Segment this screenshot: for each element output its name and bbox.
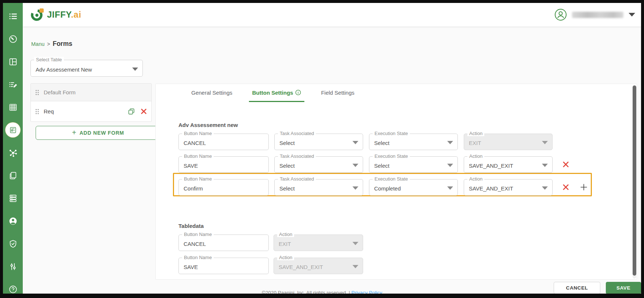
hub-network-icon [8,148,18,157]
delete-form-icon[interactable] [141,108,147,115]
field-value: CANCEL [184,241,206,247]
add-new-form-button[interactable]: + ADD NEW FORM [36,126,160,140]
sidebar-item-documents[interactable] [6,170,20,181]
select-table-dropdown[interactable]: Select Table Adv Assessement New [30,60,143,77]
sidebar-item-servers[interactable] [6,193,20,203]
chevron-down-icon [352,186,358,190]
execution-state-dropdown-row3[interactable]: Execution State Completed [369,179,458,196]
forms-icon [9,126,17,134]
sidebar-item-users[interactable] [6,216,20,226]
chevron-down-icon[interactable] [629,13,635,17]
user-email-redacted [572,12,623,18]
dashboard-gauge-icon [8,34,18,44]
task-list-edit-icon [8,80,18,89]
button-name-input-row1[interactable]: Button Name CANCEL [178,134,269,150]
jiffy-logo[interactable]: JIFFY.ai [30,8,81,22]
settings-sliders-icon [8,262,18,271]
select-table-value: Adv Assessement New [36,66,92,73]
drag-handle-icon[interactable] [35,90,39,95]
breadcrumb-separator: > [47,41,50,47]
chevron-down-icon [542,164,548,167]
tab-button-settings[interactable]: Button Settings [249,84,305,102]
sidebar-item-help[interactable] [6,284,20,294]
layout-panels-icon [8,57,18,66]
breadcrumb-current: Forms [53,40,72,48]
add-new-form-label: ADD NEW FORM [79,130,124,136]
sidebar-item-menu-list[interactable] [6,11,20,21]
footer-separator: | [349,290,350,294]
execution-state-dropdown-row2[interactable]: Execution State Select [369,156,458,173]
action-dropdown-row3[interactable]: Action SAVE_AND_EXIT [464,179,553,196]
screenshot-frame: JIFFY.ai Manu > Forms Select Table Adv A… [0,0,644,298]
server-stack-icon [8,194,18,203]
copyright-text: ©2020 Paanini, Inc. All rights reserved. [262,290,347,294]
sidebar-item-tasks[interactable] [6,79,20,90]
chevron-down-icon [352,265,358,268]
field-label: Action [467,153,484,159]
remove-row-button-row3[interactable] [562,183,570,191]
sidebar-item-settings[interactable] [6,261,20,272]
form-list-item-req[interactable]: Req [31,101,151,121]
sidebar-item-tables[interactable] [6,102,20,112]
privacy-policy-link[interactable]: Privacy Policy [351,290,382,294]
add-row-button[interactable] [579,182,589,192]
tabledata-button-name-input-row2[interactable]: Button Name SAVE [178,258,269,274]
tabledata-action-dropdown-row1: Action EXIT [274,235,363,251]
field-label: Button Name [182,153,214,159]
user-avatar-icon [554,8,567,21]
field-value: Select [374,163,390,169]
field-value: Select [374,140,390,146]
remove-icon [562,184,569,190]
tab-general-settings[interactable]: General Settings [188,84,236,102]
sidebar-item-layout[interactable] [6,57,20,67]
drag-handle-icon[interactable] [35,109,39,115]
documents-icon [8,171,18,180]
execution-state-dropdown-row1[interactable]: Execution State Select [369,134,458,150]
chevron-down-icon [447,141,453,144]
remove-row-button-row2[interactable] [562,160,570,168]
plus-icon [579,183,588,192]
sidebar [3,3,23,294]
field-label: Execution State [373,176,410,182]
settings-card: General Settings Button Settings Field S… [155,84,637,280]
select-table-label: Select Table [34,57,64,62]
breadcrumb: Manu > Forms [31,40,72,48]
chevron-down-icon [352,242,358,245]
form-item-label: Default Form [44,89,76,95]
breadcrumb-parent[interactable]: Manu [31,41,44,47]
info-icon[interactable] [295,90,301,95]
sidebar-item-security[interactable] [6,239,20,249]
task-associated-dropdown-row1[interactable]: Task Associated Select [274,134,363,150]
vertical-scrollbar-thumb[interactable] [633,86,636,276]
data-grid-icon [8,103,18,112]
field-label: Action [467,176,484,182]
form-list-item-default[interactable]: Default Form [31,84,151,101]
tab-field-settings[interactable]: Field Settings [318,84,358,102]
sidebar-item-hub[interactable] [6,148,20,158]
user-menu[interactable] [554,8,635,21]
button-name-input-row2[interactable]: Button Name SAVE [178,156,269,173]
sidebar-item-dashboard[interactable] [6,34,20,44]
task-associated-dropdown-row2[interactable]: Task Associated Select [274,156,363,173]
field-label: Action [277,255,294,260]
field-value: Select [279,140,295,146]
menu-list-icon [8,12,18,21]
chevron-down-icon [132,68,138,71]
field-label: Task Associated [278,131,316,136]
user-profile-icon [8,217,18,226]
field-label: Execution State [373,153,410,159]
task-associated-dropdown-row3[interactable]: Task Associated Select [274,179,363,196]
action-dropdown-row1: Action EXIT [464,134,553,150]
chevron-down-icon [447,164,453,167]
vertical-scrollbar-track[interactable] [633,85,636,279]
field-label: Button Name [182,131,214,136]
field-label: Button Name [182,176,214,182]
tabledata-button-name-input-row1[interactable]: Button Name CANCEL [178,235,269,251]
duplicate-form-icon[interactable] [128,108,135,115]
jiffy-logo-icon [30,8,44,22]
sidebar-item-forms[interactable] [6,123,20,137]
button-name-input-row3[interactable]: Button Name Confirm [178,179,269,196]
section-title-form: Adv Assessement new [178,122,238,128]
action-dropdown-row2[interactable]: Action SAVE_AND_EXIT [464,156,553,173]
field-value: EXIT [279,241,291,247]
